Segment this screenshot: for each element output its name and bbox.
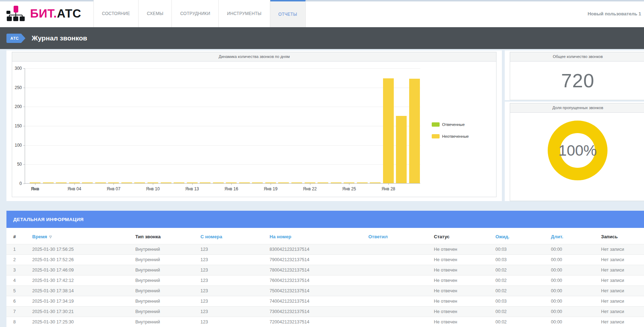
table-cell: 00:00 [548,255,598,265]
table-cell: Не отвечен [431,244,493,255]
missed-share-value: 100% [558,142,597,159]
table-body: 12025-01-30 17:56:25Внутренний1238300421… [6,244,644,327]
bar-day-6-Неотвеченные [95,182,106,183]
legend-item-Неотвеченные[interactable]: Неотвеченные [432,134,469,138]
table-cell: 00:00 [548,275,598,286]
table-cell: 123 [198,317,267,327]
table-cell [365,275,431,286]
column-header-Статус: Статус [431,228,493,244]
x-axis-label: Янв 10 [140,186,165,191]
table-cell: 00:00 [548,244,598,255]
tab-инструменты[interactable]: ИНСТРУМЕНТЫ [219,0,270,27]
y-tick [23,88,25,88]
x-tick [349,183,349,185]
table-row: 12025-01-30 17:56:25Внутренний1238300421… [6,244,644,255]
x-axis-label: Янв 13 [180,186,205,191]
column-header-Типзвонка: Тип звонка [132,228,198,244]
table-cell [365,317,431,327]
column-header-Ответил[interactable]: Ответил [365,228,431,244]
table-cell: 123 [198,265,267,275]
bar-day-15-Неотвеченные [213,182,224,183]
column-header-Наномер[interactable]: На номер [267,228,365,244]
total-calls-title: Общее количество звонков [510,52,644,62]
table-cell: 123 [198,255,267,265]
table-cell: Нет записи [598,275,644,286]
y-axis-label: 200 [8,104,22,109]
details-section-header: ДЕТАЛЬНАЯ ИНФОРМАЦИЯ [6,211,644,228]
table-cell: Не отвечен [431,265,493,275]
y-axis-label: 300 [8,66,22,71]
table-cell: 00:03 [493,255,548,265]
column-header-Сномера[interactable]: С номера [198,228,267,244]
x-axis-label: Янв 25 [336,186,362,191]
missed-share-title: Доля пропущенных звонков [510,103,644,113]
legend-swatch [432,134,440,138]
top-navigation-bar: БИТ.АТС СОСТОЯНИЕСХЕМЫСОТРУДНИКИИНСТРУМЕ… [0,0,644,27]
x-axis-label: Янв 16 [219,186,244,191]
x-tick [113,183,114,185]
bar-day-2-Неотвеченные [43,182,54,183]
x-axis-label: Янв [23,186,48,191]
legend-item-Отвеченные[interactable]: Отвеченные [432,122,469,127]
sort-descending-icon: ▽ [49,235,52,239]
bar-day-28-Неотвеченные [383,78,394,183]
bar-day-3-Неотвеченные [56,182,67,183]
tab-сотрудники[interactable]: СОТРУДНИКИ [172,0,219,27]
table-cell: Нет записи [598,296,644,307]
bar-day-24-Неотвеченные [331,182,342,183]
total-calls-value: 720 [510,69,644,92]
column-header-: # [6,228,29,244]
y-tick [23,145,25,146]
table-cell: 00:02 [493,307,548,317]
table-cell: Внутренний [132,296,198,307]
table-cell: 2025-01-30 17:42:12 [29,275,132,286]
table-cell: 00:00 [548,286,598,296]
y-tick [23,68,25,69]
table-cell: 2025-01-30 17:30:21 [29,307,132,317]
table-cell: 00:02 [493,286,548,296]
x-tick [153,183,153,185]
column-header-Время[interactable]: Время▽ [29,228,132,244]
ats-badge: АТС [6,34,21,43]
tab-состояние[interactable]: СОСТОЯНИЕ [93,0,139,27]
table-row: 62025-01-30 17:34:19Внутренний1237400421… [6,296,644,307]
gridline-100 [25,145,420,146]
table-row: 52025-01-30 17:38:14Внутренний1237500421… [6,286,644,296]
table-cell: Не отвечен [431,286,493,296]
tab-отчеты[interactable]: ОТЧЕТЫ [270,0,306,27]
table-cell: Не отвечен [431,307,493,317]
total-calls-card: Общее количество звонков 720 [505,50,644,100]
table-cell: 123 [198,286,267,296]
x-axis-label: Янв 04 [62,186,87,191]
table-cell: Нет записи [598,265,644,275]
app-logo[interactable]: БИТ.АТС [0,0,93,27]
table-cell: 2025-01-30 17:38:14 [29,286,132,296]
table-cell [365,286,431,296]
gridline-300 [25,68,420,69]
tab-схемы[interactable]: СХЕМЫ [139,0,172,27]
bar-chart-plot: 050100150200250300ЯнвЯнв 04Янв 07Янв 10Я… [25,68,420,184]
table-cell: 8300421232137514 [267,244,365,255]
missed-share-donut: 100% [548,121,607,180]
user-menu[interactable]: Новый пользователь 1 [587,11,644,16]
column-header-Ожид[interactable]: Ожид. [493,228,548,244]
column-header-Длит[interactable]: Длит. [548,228,598,244]
x-tick [231,183,232,185]
x-axis-label: Янв 07 [101,186,126,191]
x-tick [74,183,75,185]
bar-day-21-Неотвеченные [291,182,302,183]
y-tick [23,164,25,165]
table-row: 42025-01-30 17:42:12Внутренний1237600421… [6,275,644,286]
table-cell: 123 [198,244,267,255]
gridline-250 [25,88,420,88]
app-logo-text: БИТ.АТС [30,7,81,20]
table-cell: 7 [6,307,29,317]
table-cell: Нет записи [598,317,644,327]
call-log-table-card: #Время▽Тип звонкаС номераНа номерОтветил… [6,228,644,327]
missed-share-card: Доля пропущенных звонков 100% [505,102,644,201]
table-cell [365,296,431,307]
bar-day-30-Неотвеченные [409,79,420,183]
table-cell: Не отвечен [431,255,493,265]
table-cell: 2025-01-30 17:25:30 [29,317,132,327]
legend-label: Отвеченные [442,122,465,127]
